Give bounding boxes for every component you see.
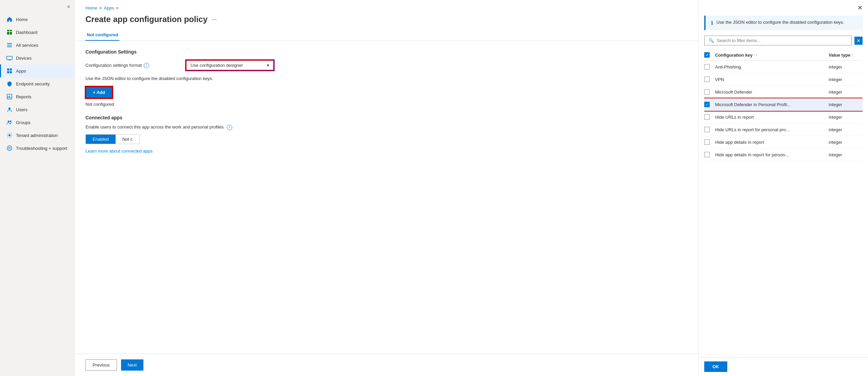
page-header: Create app configuration policy ···	[75, 13, 698, 29]
table-row[interactable]: Hide URLs in report for personal pro...i…	[704, 123, 863, 136]
sidebar-item-troubleshooting[interactable]: Troubleshooting + support	[0, 142, 74, 155]
sidebar-item-label-home: Home	[16, 17, 28, 22]
sidebar-item-tenant-admin[interactable]: Tenant administration	[0, 129, 74, 142]
sidebar-item-label-dashboard: Dashboard	[16, 30, 38, 35]
previous-button[interactable]: Previous	[85, 359, 117, 371]
collapse-button[interactable]: «	[67, 3, 70, 9]
col-key-header: Configuration key ↑↓	[715, 53, 829, 58]
next-button[interactable]: Next	[121, 359, 144, 371]
col-type-header: Value type ↑	[829, 53, 863, 58]
row-type-hide-urls: integer	[829, 115, 863, 120]
row-type-vpn: integer	[829, 77, 863, 82]
svg-rect-10	[10, 68, 12, 71]
svg-point-19	[10, 121, 12, 122]
json-note: Use the JSON editor to configure the dis…	[85, 76, 688, 81]
sidebar-item-dashboard[interactable]: Dashboard	[0, 26, 74, 39]
reports-icon	[6, 94, 13, 100]
sidebar-item-home[interactable]: Home	[0, 13, 74, 26]
config-rows: Anti-PhishingintegerVPNintegerMicrosoft …	[704, 61, 863, 161]
info-banner-icon: ℹ	[711, 20, 713, 26]
breadcrumb-apps[interactable]: Apps	[104, 5, 114, 11]
row-type-hide-urls-personal: integer	[829, 127, 863, 132]
sidebar-item-label-groups: Groups	[16, 120, 31, 125]
svg-rect-7	[7, 56, 12, 60]
toggle-enabled[interactable]: Enabled	[86, 135, 116, 144]
svg-point-18	[8, 121, 9, 122]
format-info-icon[interactable]: i	[144, 63, 149, 68]
toggle-not[interactable]: Not c	[116, 135, 139, 144]
search-clear-button[interactable]: ✕	[854, 37, 863, 45]
row-checkbox-hide-urls[interactable]	[704, 114, 710, 120]
search-icon: 🔍	[709, 38, 714, 43]
not-configured-label: Not configured	[85, 102, 688, 107]
row-type-ms-defender: integer	[829, 90, 863, 95]
breadcrumb: Home > Apps >	[75, 0, 698, 13]
endpoint-security-icon	[6, 81, 13, 87]
sort-key-icon[interactable]: ↑↓	[754, 53, 757, 57]
connected-apps-section: Connected apps Enable users to connect t…	[85, 115, 688, 154]
sidebar: « Home Dashboard All se	[0, 0, 75, 376]
svg-rect-0	[7, 30, 9, 31]
panel-header: ✕	[699, 0, 868, 16]
sidebar-item-label-all-services: All services	[16, 43, 38, 48]
learn-more-link[interactable]: Learn more about connected apps	[85, 149, 153, 154]
sort-type-icon[interactable]: ↑	[852, 53, 853, 57]
sidebar-item-label-reports: Reports	[16, 94, 32, 99]
table-row[interactable]: Hide app details in report for person...…	[704, 149, 863, 161]
config-designer-dropdown[interactable]: Use configuration designer ▾	[186, 60, 274, 71]
row-checkbox-vpn[interactable]	[704, 77, 710, 82]
breadcrumb-sep1: >	[99, 5, 102, 11]
search-box: 🔍	[704, 36, 852, 45]
sidebar-item-label-apps: Apps	[16, 68, 26, 74]
users-icon	[6, 106, 13, 113]
tab-not-configured[interactable]: Not configured	[85, 29, 119, 41]
svg-point-17	[8, 107, 11, 110]
table-row[interactable]: Anti-Phishinginteger	[704, 61, 863, 73]
row-checkbox-hide-app-details[interactable]	[704, 139, 710, 145]
row-checkbox-ms-defender[interactable]	[704, 89, 710, 95]
table-row[interactable]: Microsoft Defender in Personal Profil...…	[704, 98, 863, 111]
table-row[interactable]: VPNinteger	[704, 73, 863, 86]
row-key-hide-urls: Hide URLs in report	[715, 115, 829, 120]
svg-rect-11	[7, 71, 9, 73]
sidebar-item-reports[interactable]: Reports	[0, 90, 74, 103]
page-menu-button[interactable]: ···	[212, 16, 217, 23]
row-checkbox-anti-phishing[interactable]	[704, 64, 710, 70]
table-row[interactable]: Microsoft Defenderinteger	[704, 86, 863, 98]
table-header: Configuration key ↑↓ Value type ↑	[704, 50, 863, 61]
row-checkbox-hide-app-details-personal[interactable]	[704, 152, 710, 157]
sidebar-item-devices[interactable]: Devices	[0, 52, 74, 64]
add-button[interactable]: + Add	[85, 86, 113, 98]
sidebar-item-users[interactable]: Users	[0, 103, 74, 116]
row-type-hide-app-details: integer	[829, 140, 863, 145]
tenant-admin-icon	[6, 132, 13, 138]
connected-apps-info-icon[interactable]: i	[227, 125, 232, 130]
connected-apps-desc: Enable users to connect this app across …	[85, 124, 688, 130]
table-row[interactable]: Hide app details in reportinteger	[704, 136, 863, 149]
sidebar-item-groups[interactable]: Groups	[0, 116, 74, 129]
dashboard-icon	[6, 29, 13, 35]
format-row: Configuration settings format i Use conf…	[85, 60, 688, 71]
breadcrumb-home[interactable]: Home	[85, 5, 97, 11]
sidebar-item-endpoint-security[interactable]: Endpoint security	[0, 77, 74, 90]
row-key-vpn: VPN	[715, 77, 829, 82]
row-checkbox-hide-urls-personal[interactable]	[704, 127, 710, 132]
table-row[interactable]: Hide URLs in reportinteger	[704, 111, 863, 123]
format-label: Configuration settings format i	[85, 63, 180, 68]
close-button[interactable]: ✕	[857, 4, 863, 12]
footer-buttons: Previous Next	[75, 354, 698, 376]
sidebar-item-all-services[interactable]: All services	[0, 39, 74, 52]
sidebar-item-label-users: Users	[16, 107, 27, 112]
groups-icon	[6, 119, 13, 125]
sidebar-item-apps[interactable]: Apps	[0, 64, 74, 77]
tab-bar: Not configured	[75, 29, 698, 41]
header-checkbox[interactable]	[704, 52, 710, 58]
row-type-hide-app-details-personal: integer	[829, 152, 863, 157]
row-checkbox-ms-defender-personal[interactable]	[704, 102, 710, 107]
svg-rect-3	[10, 32, 12, 35]
row-key-hide-app-details: Hide app details in report	[715, 140, 829, 145]
ok-button[interactable]: OK	[704, 361, 727, 372]
breadcrumb-sep2: >	[116, 5, 119, 11]
search-input[interactable]	[717, 38, 847, 43]
svg-rect-1	[10, 30, 12, 31]
